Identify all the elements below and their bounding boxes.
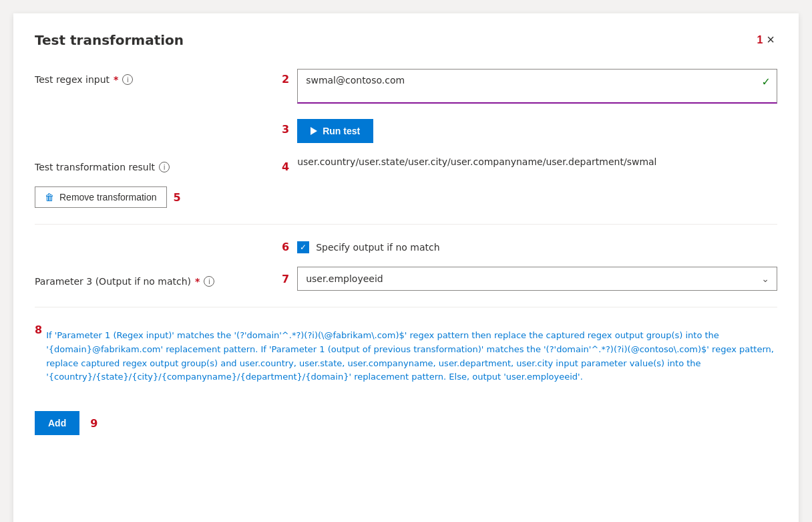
param3-required-star: *	[195, 276, 200, 287]
trash-icon: 🗑	[45, 192, 54, 203]
step-badge-1: 1	[757, 34, 763, 46]
panel-header: Test transformation 1 ×	[35, 29, 777, 50]
specify-output-label: Specify output if no match	[316, 242, 439, 253]
step-badge-5: 5	[174, 191, 181, 204]
step-badge-2: 2	[282, 69, 289, 86]
result-info-icon[interactable]: i	[159, 162, 170, 172]
specify-output-wrap: ✓ Specify output if no match	[297, 241, 439, 253]
regex-input-field[interactable]: swmal@contoso.com	[297, 69, 777, 104]
result-value: user.country/user.state/user.city/user.c…	[297, 152, 656, 167]
param3-row: Parameter 3 (Output if no match) * i 7 u…	[35, 267, 777, 291]
bottom-row: Add 9	[35, 411, 777, 435]
divider-1	[35, 224, 777, 225]
regex-input-row: Test regex input * i 2 swmal@contoso.com…	[35, 69, 777, 106]
regex-input-info-icon[interactable]: i	[122, 74, 133, 85]
required-star: *	[114, 74, 118, 85]
remove-transformation-button[interactable]: 🗑 Remove transformation	[35, 186, 167, 208]
panel-title: Test transformation	[35, 32, 184, 48]
add-button[interactable]: Add	[35, 411, 79, 435]
step-badge-9: 9	[90, 417, 97, 430]
play-icon	[311, 127, 317, 135]
regex-input-label: Test regex input * i	[35, 69, 282, 85]
step-badge-3: 3	[282, 119, 289, 136]
description-text: If 'Parameter 1 (Regex input)' matches t…	[46, 329, 777, 384]
result-label: Test transformation result i	[35, 156, 282, 172]
step-badge-7: 7	[282, 273, 289, 285]
specify-output-checkbox[interactable]: ✓	[297, 241, 309, 253]
description-row: 8 If 'Parameter 1 (Regex input)' matches…	[35, 323, 777, 400]
step-badge-8: 8	[35, 323, 42, 336]
close-button[interactable]: 1 ×	[754, 29, 777, 50]
param3-info-icon[interactable]: i	[204, 276, 214, 287]
close-icon: ×	[767, 32, 775, 47]
run-test-button[interactable]: Run test	[297, 119, 373, 143]
step-badge-4: 4	[282, 156, 289, 173]
check-icon: ✓	[762, 76, 771, 88]
test-transformation-panel: Test transformation 1 × Test regex input…	[13, 13, 799, 522]
result-wrap: user.country/user.state/user.city/user.c…	[297, 156, 777, 167]
param3-label: Parameter 3 (Output if no match) * i	[35, 271, 282, 287]
checkbox-check-icon: ✓	[300, 243, 307, 252]
run-test-row: 3 Run test	[35, 119, 777, 143]
result-row: Test transformation result i 4 user.coun…	[35, 156, 777, 173]
divider-2	[35, 307, 777, 307]
param3-select[interactable]: user.employeeid	[297, 267, 777, 291]
param3-select-wrap: user.employeeid ⌄	[297, 267, 777, 291]
step-badge-6: 6	[282, 241, 289, 253]
remove-row: 🗑 Remove transformation 5	[35, 186, 777, 208]
regex-input-wrap: swmal@contoso.com ✓	[297, 69, 777, 106]
specify-output-row: 6 ✓ Specify output if no match	[35, 241, 777, 253]
